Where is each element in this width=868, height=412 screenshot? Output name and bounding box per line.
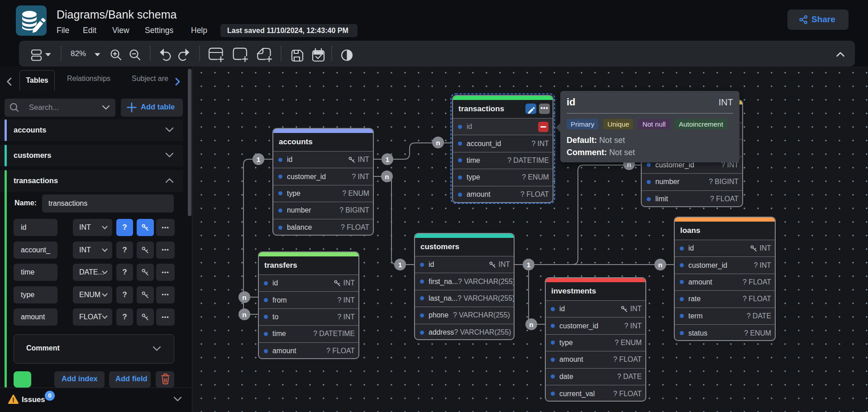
svg-text:n: n [242,311,246,318]
svg-text:n: n [385,173,389,180]
svg-text:1: 1 [257,156,261,163]
svg-text:1: 1 [527,261,531,269]
svg-text:n: n [242,294,246,301]
svg-text:1: 1 [386,156,390,163]
svg-text:1: 1 [398,261,402,269]
svg-text:n: n [658,261,662,269]
svg-text:n: n [436,139,440,147]
svg-text:n: n [529,321,533,328]
